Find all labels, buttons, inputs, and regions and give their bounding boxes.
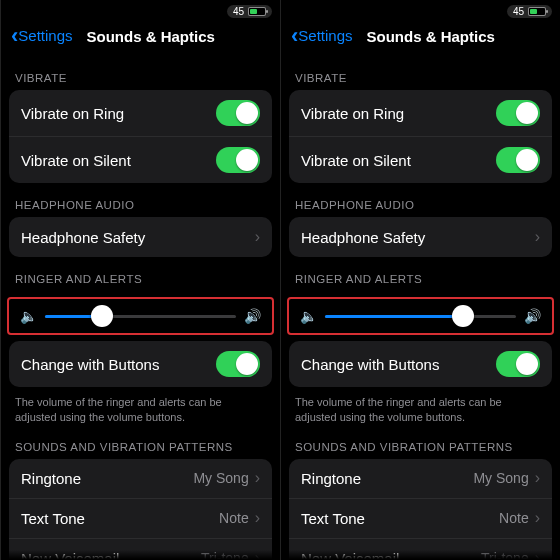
vibrate-on-silent-toggle[interactable] [216, 147, 260, 173]
headphone-group: Headphone Safety › [9, 217, 272, 257]
battery-text: 45 [513, 6, 524, 17]
texttone-cell[interactable]: Text ToneNote› [289, 499, 552, 539]
phone-left: 45 ‹ Settings Sounds & Haptics VIBRATE V… [0, 0, 280, 560]
chevron-right-icon: › [255, 469, 260, 487]
status-bar: 45 [281, 0, 560, 20]
chevron-right-icon: › [535, 509, 540, 527]
change-with-buttons-toggle[interactable] [496, 351, 540, 377]
chevron-right-icon: › [535, 469, 540, 487]
section-header-vibrate: VIBRATE [1, 56, 280, 90]
vibrate-on-silent-cell[interactable]: Vibrate on Silent [289, 137, 552, 183]
ringtone-cell[interactable]: RingtoneMy Song› [289, 459, 552, 499]
settings-scroll[interactable]: VIBRATE Vibrate on Ring Vibrate on Silen… [281, 56, 560, 560]
back-label: Settings [298, 27, 352, 44]
vibrate-on-silent-cell[interactable]: Vibrate on Silent [9, 137, 272, 183]
back-label: Settings [18, 27, 72, 44]
page-title: Sounds & Haptics [87, 28, 215, 45]
ringtone-cell[interactable]: RingtoneMy Song› [9, 459, 272, 499]
battery-icon [528, 7, 546, 16]
section-header-vibrate: VIBRATE [281, 56, 560, 90]
battery-text: 45 [233, 6, 244, 17]
chevron-left-icon: ‹ [291, 26, 298, 46]
headphone-safety-cell[interactable]: Headphone Safety › [289, 217, 552, 257]
change-with-buttons-cell[interactable]: Change with Buttons [9, 341, 272, 387]
section-header-headphone: HEADPHONE AUDIO [281, 183, 560, 217]
vibrate-on-ring-cell[interactable]: Vibrate on Ring [9, 90, 272, 137]
section-header-patterns: SOUNDS AND VIBRATION PATTERNS [281, 425, 560, 459]
battery-indicator: 45 [507, 5, 552, 18]
nav-bar: ‹ Settings Sounds & Haptics [281, 20, 560, 56]
texttone-cell[interactable]: Text ToneNote› [9, 499, 272, 539]
back-button[interactable]: ‹ Settings [11, 26, 73, 46]
status-bar: 45 [1, 0, 280, 20]
ringer-volume-row: 🔈 🔊 [10, 300, 271, 332]
battery-icon [248, 7, 266, 16]
vibrate-on-ring-toggle[interactable] [496, 100, 540, 126]
speaker-low-icon: 🔈 [300, 308, 317, 324]
vibrate-on-ring-cell[interactable]: Vibrate on Ring [289, 90, 552, 137]
speaker-high-icon: 🔊 [524, 308, 541, 324]
change-with-buttons-group: Change with Buttons [289, 341, 552, 387]
headphone-group: Headphone Safety › [289, 217, 552, 257]
vibrate-group: Vibrate on Ring Vibrate on Silent [289, 90, 552, 183]
settings-scroll[interactable]: VIBRATE Vibrate on Ring Vibrate on Silen… [1, 56, 280, 560]
ringer-volume-slider[interactable] [45, 315, 236, 318]
change-with-buttons-group: Change with Buttons [9, 341, 272, 387]
section-header-ringer: RINGER AND ALERTS [281, 257, 560, 291]
page-title: Sounds & Haptics [367, 28, 495, 45]
vibrate-on-ring-toggle[interactable] [216, 100, 260, 126]
chevron-left-icon: ‹ [11, 26, 18, 46]
change-with-buttons-toggle[interactable] [216, 351, 260, 377]
section-header-patterns: SOUNDS AND VIBRATION PATTERNS [1, 425, 280, 459]
patterns-group: RingtoneMy Song› Text ToneNote› New Voic… [9, 459, 272, 560]
speaker-high-icon: 🔊 [244, 308, 261, 324]
back-button[interactable]: ‹ Settings [291, 26, 353, 46]
ringer-footnote: The volume of the ringer and alerts can … [1, 387, 280, 425]
speaker-low-icon: 🔈 [20, 308, 37, 324]
nav-bar: ‹ Settings Sounds & Haptics [1, 20, 280, 56]
section-header-headphone: HEADPHONE AUDIO [1, 183, 280, 217]
annotation-highlight-box: 🔈 🔊 [7, 297, 274, 335]
patterns-group: RingtoneMy Song› Text ToneNote› New Voic… [289, 459, 552, 560]
section-header-ringer: RINGER AND ALERTS [1, 257, 280, 291]
chevron-right-icon: › [535, 228, 540, 246]
change-with-buttons-cell[interactable]: Change with Buttons [289, 341, 552, 387]
ringer-volume-row: 🔈 🔊 [290, 300, 551, 332]
phone-right: 45 ‹ Settings Sounds & Haptics VIBRATE V… [280, 0, 560, 560]
annotation-highlight-box: 🔈 🔊 [287, 297, 554, 335]
headphone-safety-cell[interactable]: Headphone Safety › [9, 217, 272, 257]
chevron-right-icon: › [255, 228, 260, 246]
ringer-volume-slider[interactable] [325, 315, 516, 318]
chevron-right-icon: › [255, 509, 260, 527]
vibrate-group: Vibrate on Ring Vibrate on Silent [9, 90, 272, 183]
ringer-footnote: The volume of the ringer and alerts can … [281, 387, 560, 425]
battery-indicator: 45 [227, 5, 272, 18]
vibrate-on-silent-toggle[interactable] [496, 147, 540, 173]
